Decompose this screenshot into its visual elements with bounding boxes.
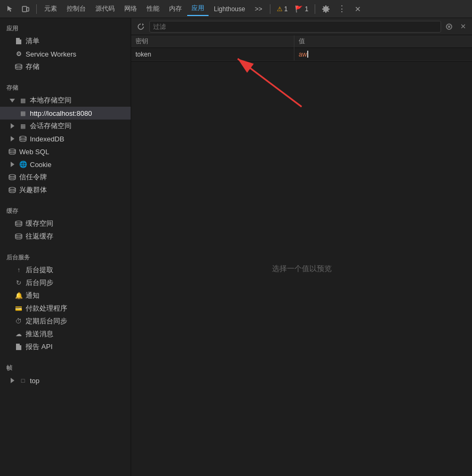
- sidebar-item-reporting-api[interactable]: 报告 API: [0, 340, 131, 353]
- cache-storage-label: 缓存空间: [26, 219, 53, 228]
- globe-icon: 🌐: [19, 161, 27, 168]
- localhost-label: http://localhost:8080: [30, 109, 92, 117]
- sidebar-item-notifications[interactable]: 🔔 通知: [0, 289, 131, 302]
- filter-input[interactable]: [149, 21, 441, 33]
- filter-clear-btn[interactable]: [443, 21, 455, 33]
- manifest-label: 清单: [26, 36, 39, 46]
- close-x-icon: ✕: [460, 22, 466, 30]
- app-section-label: 应用: [0, 18, 131, 35]
- websql-label: Web SQL: [19, 148, 49, 156]
- collapse-icon-3: [9, 161, 16, 168]
- cookie-label: Cookie: [30, 161, 51, 169]
- sidebar-item-payment-handler[interactable]: 💳 付款处理程序: [0, 302, 131, 315]
- expand-icon: [9, 97, 16, 104]
- info-icon: 🚩: [295, 5, 303, 13]
- close-icon: ✕: [355, 5, 361, 13]
- frame-icon: □: [19, 377, 27, 384]
- warning-badge[interactable]: ⚠ 1: [274, 4, 291, 14]
- triangle-right-icon: [9, 377, 16, 384]
- cloud-icon: ☁: [15, 330, 22, 338]
- svg-point-5: [9, 174, 15, 177]
- bg-sync-label: 后台同步: [26, 278, 53, 288]
- sidebar-item-interest-group[interactable]: 兴趣群体: [0, 184, 131, 196]
- sidebar-item-indexeddb[interactable]: IndexedDB: [0, 132, 131, 145]
- sidebar-item-local-storage[interactable]: ▦ 本地存储空间: [0, 94, 131, 107]
- tab-memory[interactable]: 内存: [165, 2, 186, 16]
- bg-fetch-label: 后台提取: [26, 265, 53, 275]
- tab-elements[interactable]: 元素: [40, 2, 61, 16]
- local-storage-label: 本地存储空间: [30, 96, 71, 105]
- service-workers-label: Service Workers: [26, 50, 76, 58]
- sidebar-item-service-workers[interactable]: ⚙ Service Workers: [0, 47, 131, 60]
- more-options-btn[interactable]: ⋮: [334, 2, 349, 16]
- interest-group-label: 兴趣群体: [19, 185, 47, 195]
- svg-point-3: [20, 136, 26, 138]
- toolbar-separator-3: [315, 4, 315, 14]
- warning-count: 1: [284, 5, 288, 13]
- bfcache-icon: [15, 233, 22, 240]
- refresh-btn[interactable]: [134, 20, 147, 33]
- sidebar-item-back-forward-cache[interactable]: 往返缓存: [0, 230, 131, 243]
- grid-icon-2: ▦: [19, 122, 27, 130]
- sidebar-item-push-messaging[interactable]: ☁ 推送消息: [0, 328, 131, 340]
- sidebar-item-background-fetch[interactable]: ↑ 后台提取: [0, 264, 131, 276]
- db-icon-3: [9, 173, 16, 181]
- dots-icon: ⋮: [338, 4, 347, 14]
- tab-lighthouse[interactable]: Lighthouse: [210, 2, 250, 16]
- reporting-api-label: 报告 API: [26, 342, 53, 352]
- close-btn[interactable]: ✕: [350, 2, 365, 16]
- db-icon-2: [9, 148, 16, 155]
- table-area: 密钥 值 token aw: [131, 35, 472, 476]
- sidebar-item-periodic-bg-sync[interactable]: ⏱ 定期后台同步: [0, 315, 131, 328]
- collapse-icon: [9, 122, 16, 130]
- payment-handler-label: 付款处理程序: [26, 304, 67, 313]
- sidebar-item-cache-storage[interactable]: 缓存空间: [0, 217, 131, 230]
- periodic-bg-sync-label: 定期后台同步: [26, 316, 67, 326]
- gear-icon: ⚙: [15, 50, 22, 58]
- sidebar-item-storage[interactable]: 存储: [0, 60, 131, 73]
- storage-label: 存储: [26, 62, 39, 72]
- preview-area: 选择一个值以预览: [131, 61, 472, 476]
- tab-performance[interactable]: 性能: [142, 2, 164, 16]
- clock-icon: ⏱: [15, 318, 22, 325]
- sidebar-item-manifest[interactable]: 清单: [0, 35, 131, 47]
- key-header: 密钥: [131, 35, 294, 48]
- filter-bar: ✕: [131, 18, 472, 35]
- storage-icon: [15, 63, 22, 70]
- tab-application[interactable]: 应用: [187, 2, 209, 16]
- settings-btn[interactable]: [318, 2, 333, 16]
- kv-table-body: token aw: [131, 48, 472, 61]
- grid-sub-icon: ▦: [19, 109, 27, 117]
- svg-rect-1: [27, 7, 29, 11]
- main-area: 应用 清单 ⚙ Service Workers: [0, 18, 472, 476]
- pointer-icon-btn[interactable]: [2, 2, 17, 16]
- sidebar-item-cookie[interactable]: 🌐 Cookie: [0, 158, 131, 171]
- card-icon: 💳: [15, 305, 22, 312]
- tab-more[interactable]: >>: [251, 2, 267, 16]
- backend-section-label: 后台服务: [0, 247, 131, 264]
- svg-point-7: [15, 221, 22, 223]
- sidebar-item-localhost[interactable]: ▦ http://localhost:8080: [0, 107, 131, 120]
- cache-db-icon: [15, 220, 22, 227]
- tab-console[interactable]: 控制台: [62, 2, 90, 16]
- sidebar-item-top-frame[interactable]: □ top: [0, 374, 131, 387]
- sidebar-item-session-storage[interactable]: ▦ 会话存储空间: [0, 120, 131, 132]
- tab-network[interactable]: 网络: [120, 2, 141, 16]
- info-badge[interactable]: 🚩 1: [292, 4, 311, 14]
- kv-table-header: 密钥 值: [131, 35, 472, 48]
- app-container: 元素 控制台 源代码 网络 性能 内存 应用 Lighthouse >> ⚠ 1…: [0, 0, 472, 476]
- cursor-blink: [307, 51, 308, 58]
- top-frame-label: top: [30, 377, 39, 385]
- filter-close-btn[interactable]: ✕: [457, 21, 469, 33]
- push-messaging-label: 推送消息: [26, 329, 53, 339]
- sidebar-item-trust-token[interactable]: 信任令牌: [0, 171, 131, 184]
- value-header: 值: [294, 35, 472, 48]
- toolbar: 元素 控制台 源代码 网络 性能 内存 应用 Lighthouse >> ⚠ 1…: [0, 0, 472, 18]
- svg-point-4: [9, 149, 15, 151]
- device-toggle-btn[interactable]: [18, 2, 33, 16]
- kv-table: 密钥 值 token aw: [131, 35, 472, 61]
- tab-sources[interactable]: 源代码: [91, 2, 119, 16]
- sidebar-item-websql[interactable]: Web SQL: [0, 145, 131, 158]
- sidebar-item-background-sync[interactable]: ↻ 后台同步: [0, 276, 131, 289]
- table-row[interactable]: token aw: [131, 48, 472, 61]
